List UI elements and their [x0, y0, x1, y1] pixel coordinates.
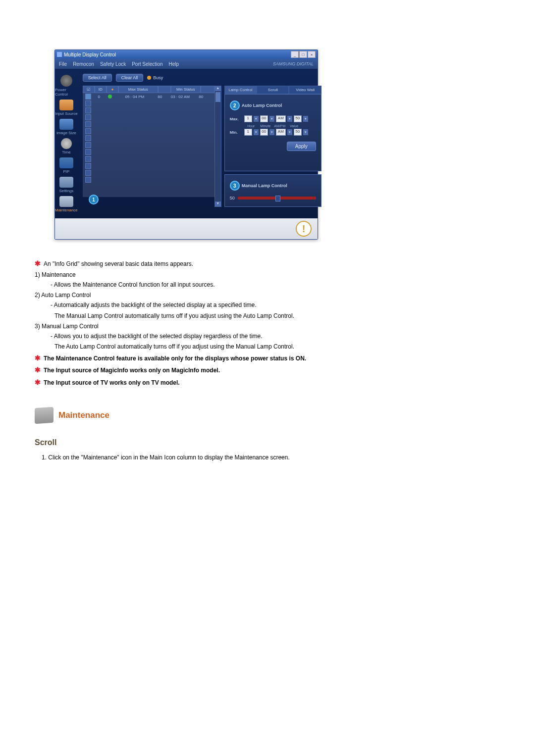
- row-checkbox[interactable]: [85, 156, 91, 162]
- row-checkbox[interactable]: [85, 107, 91, 113]
- table-row[interactable]: [83, 149, 214, 155]
- table-row[interactable]: [83, 142, 214, 149]
- row-id: 0: [94, 95, 105, 99]
- dropdown-icon[interactable]: ▾: [287, 129, 292, 135]
- doc-item-1: 1) Maintenance: [35, 271, 500, 278]
- row-checkbox[interactable]: [85, 121, 91, 127]
- footer-bar: !: [55, 218, 318, 239]
- max-ampm-input[interactable]: AM: [276, 115, 286, 122]
- sidebar-item-maintenance[interactable]: Maintenance: [55, 195, 78, 213]
- auto-lamp-panel: 2 Auto Lamp Control Max. 1 ▾ 00 ▾ AM: [224, 94, 321, 171]
- row-checkbox[interactable]: [85, 114, 91, 120]
- time-icon: [61, 138, 72, 149]
- table-row[interactable]: [83, 135, 214, 142]
- section-title: Maintenance: [58, 410, 109, 420]
- table-row[interactable]: [83, 107, 214, 114]
- lamp-slider[interactable]: [238, 197, 316, 200]
- sidebar-item-power[interactable]: Power Control: [55, 74, 78, 98]
- row-checkbox[interactable]: [85, 163, 91, 169]
- col-check[interactable]: ☑: [83, 86, 95, 93]
- col-max: Max Status: [118, 86, 158, 93]
- table-row[interactable]: [83, 162, 214, 169]
- row-checkbox[interactable]: [85, 128, 91, 134]
- doc-subitem: The Manual Lamp Control automatically tu…: [35, 311, 500, 321]
- power-icon: [60, 75, 72, 87]
- row-checkbox[interactable]: [85, 149, 91, 155]
- dropdown-icon[interactable]: ▾: [269, 129, 274, 135]
- table-row[interactable]: [83, 169, 214, 176]
- doc-subitem: - Allows the Maintenance Control functio…: [35, 280, 500, 290]
- row-maxv: 80: [154, 95, 166, 99]
- sidebar-item-input[interactable]: Input Source: [55, 99, 78, 117]
- scroll-up-icon[interactable]: ▲: [215, 86, 221, 91]
- tab-video-wall[interactable]: Video Wall: [289, 86, 321, 94]
- scroll-down-icon[interactable]: ▼: [215, 202, 221, 206]
- doc-text: An "Info Grid" showing several basic dat…: [44, 259, 193, 269]
- row-min: 03 : 02 AM: [166, 95, 195, 99]
- doc-content: ✱An "Info Grid" showing several basic da…: [35, 259, 500, 462]
- tab-lamp-control[interactable]: Lamp Control: [224, 86, 257, 94]
- col-status: ●: [107, 86, 118, 93]
- slider-value: 50: [230, 196, 235, 201]
- menu-help[interactable]: Help: [168, 61, 179, 67]
- min-label: Min.: [230, 130, 243, 135]
- max-value-input[interactable]: 50: [294, 115, 302, 122]
- dropdown-icon[interactable]: ▾: [269, 116, 274, 122]
- table-row[interactable]: [83, 155, 214, 162]
- min-ampm-input[interactable]: AM: [276, 129, 286, 136]
- table-row[interactable]: 0 05 : 04 PM 80 03 : 02 AM 80: [83, 93, 214, 100]
- dropdown-icon[interactable]: ▾: [287, 116, 292, 122]
- row-checkbox[interactable]: [85, 142, 91, 148]
- sidebar-item-time[interactable]: Time: [55, 137, 78, 155]
- table-row[interactable]: [83, 128, 214, 135]
- menu-remocon[interactable]: Remocon: [73, 61, 94, 67]
- app-icon: [57, 52, 62, 57]
- close-button[interactable]: ×: [308, 51, 316, 58]
- col-id: ID: [95, 86, 107, 93]
- sidebar-item-image[interactable]: Image Size: [55, 118, 78, 136]
- main-panel: Select All Clear All Busy ☑ ID: [78, 69, 326, 218]
- sidebar-item-pip[interactable]: PIP: [55, 156, 78, 175]
- maintenance-section-icon: [35, 406, 54, 424]
- row-checkbox[interactable]: [85, 101, 91, 106]
- status-dot-icon: [108, 95, 112, 99]
- apply-button[interactable]: Apply: [287, 142, 316, 151]
- sidebar-item-settings[interactable]: Settings: [55, 176, 78, 194]
- row-checkbox[interactable]: [85, 94, 91, 100]
- row-checkbox[interactable]: [85, 135, 91, 141]
- max-minute-input[interactable]: 00: [260, 115, 268, 122]
- clear-all-button[interactable]: Clear All: [116, 74, 144, 82]
- col-min: Min Status: [171, 86, 201, 93]
- table-row[interactable]: [83, 100, 214, 107]
- dropdown-icon[interactable]: ▾: [303, 129, 308, 135]
- dropdown-icon[interactable]: ▾: [303, 116, 308, 122]
- table-row[interactable]: [83, 176, 214, 183]
- doc-item-2: 2) Auto Lamp Control: [35, 292, 500, 299]
- max-hour-input[interactable]: 1: [244, 115, 252, 122]
- min-value-input[interactable]: 50: [294, 129, 302, 136]
- busy-indicator: Busy: [147, 75, 163, 80]
- dropdown-icon[interactable]: ▾: [254, 129, 259, 135]
- row-checkbox[interactable]: [85, 170, 91, 176]
- table-row[interactable]: [83, 114, 214, 121]
- select-all-button[interactable]: Select All: [83, 74, 112, 82]
- minimize-button[interactable]: _: [291, 51, 299, 58]
- table-row[interactable]: [83, 121, 214, 128]
- dropdown-icon[interactable]: ▾: [254, 116, 259, 122]
- title-bar: Multiple Display Control _ □ ×: [55, 50, 318, 59]
- scroll-thumb[interactable]: [215, 92, 220, 102]
- min-minute-input[interactable]: 00: [260, 129, 268, 136]
- slider-thumb[interactable]: [275, 196, 280, 202]
- menu-safetylock[interactable]: Safety Lock: [100, 61, 126, 67]
- maximize-button[interactable]: □: [299, 51, 307, 58]
- min-hour-input[interactable]: 1: [244, 129, 252, 136]
- pip-icon: [59, 157, 73, 168]
- doc-subitem: - Allows you to adjust the backlight of …: [35, 332, 500, 341]
- scrollbar[interactable]: ▲ ▼: [214, 86, 221, 207]
- row-checkbox[interactable]: [85, 177, 91, 183]
- grid-header: ☑ ID ● Max Status Min Status: [83, 86, 214, 93]
- menu-file[interactable]: File: [59, 61, 67, 67]
- menu-portselection[interactable]: Port Selection: [132, 61, 162, 67]
- tab-scroll[interactable]: Scroll: [257, 86, 289, 94]
- ol-item: 1. Click on the "Maintenance" icon in th…: [35, 453, 500, 462]
